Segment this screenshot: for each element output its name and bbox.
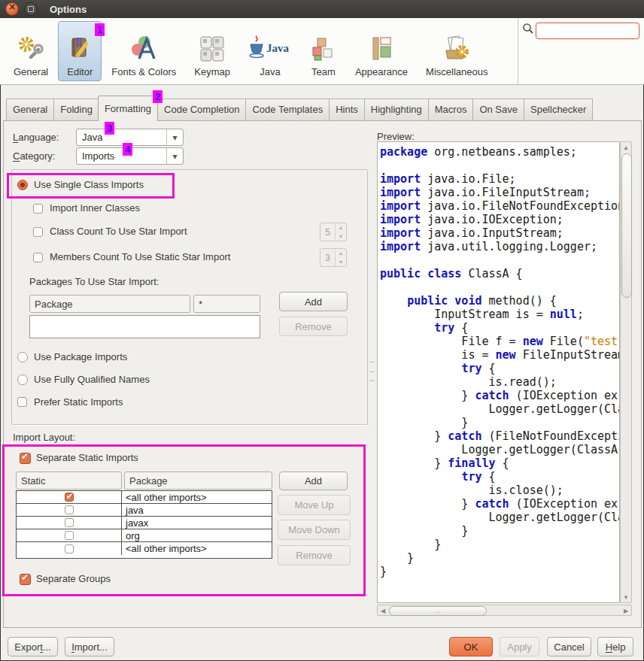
table-row[interactable]: java [17, 504, 272, 517]
members-count-spinner[interactable]: 3 ▲▼ [320, 248, 347, 267]
import-button[interactable]: Import... [65, 637, 114, 656]
code-line: } [380, 551, 619, 565]
toolbar-item-general[interactable]: General [5, 21, 56, 81]
tab-general[interactable]: General [6, 99, 53, 121]
table-row[interactable]: <all other imports> [17, 491, 272, 504]
code-line: } [380, 524, 619, 538]
code-line: import java.io.IOException; [380, 213, 619, 226]
prefer-static-imports-checkbox[interactable] [17, 397, 27, 407]
toolbar-item-team[interactable]: Team [302, 21, 345, 81]
chevron-down-icon[interactable] [166, 148, 183, 164]
use-single-class-imports-radio[interactable] [17, 180, 28, 190]
cancel-button[interactable]: Cancel [547, 637, 591, 656]
code-line: try { [380, 321, 619, 335]
spinner-down-icon[interactable]: ▼ [336, 258, 346, 267]
scroll-right-icon[interactable]: ▶ [621, 605, 631, 616]
search-input[interactable] [536, 23, 639, 39]
vertical-scrollbar-thumb[interactable] [621, 153, 632, 298]
ok-button[interactable]: OK [449, 637, 493, 656]
tab-macros[interactable]: Macros [428, 99, 473, 121]
use-package-imports-radio[interactable] [17, 352, 28, 362]
packages-remove-button[interactable]: Remove [279, 317, 348, 336]
horizontal-scrollbar-thumb[interactable]: ⋯ [389, 606, 487, 616]
window-close-icon[interactable] [5, 2, 19, 16]
spinner-up-icon[interactable]: ▲ [336, 249, 346, 258]
toolbar-item-label: Java [260, 66, 280, 77]
toolbar-item-label: Miscellaneous [426, 66, 488, 77]
static-cell [17, 517, 122, 529]
editor-book-pencil-icon [66, 34, 93, 64]
toolbar-item-miscellaneous[interactable]: Miscellaneous [418, 21, 496, 81]
packages-add-button[interactable]: Add [279, 292, 348, 311]
scroll-down-icon[interactable]: ▼ [621, 592, 631, 602]
add-button[interactable]: Add [279, 471, 348, 490]
code-line: import java.io.FileNotFoundException; [380, 199, 619, 213]
language-label: Language: [13, 132, 59, 143]
code-line: } finally { [380, 456, 619, 470]
preview-vertical-scrollbar[interactable]: ▲ ▼ [620, 141, 632, 603]
import-inner-classes-checkbox[interactable] [33, 204, 43, 214]
tab-folding[interactable]: Folding [53, 99, 99, 121]
import-layout-table: <all other imports>javajavaxorg<all othe… [16, 490, 272, 559]
static-cell [17, 504, 122, 516]
tab-code-templates[interactable]: Code Templates [245, 99, 329, 121]
separate-static-imports-checkbox[interactable] [20, 453, 31, 464]
splitter-handle[interactable] [370, 362, 375, 381]
class-count-checkbox[interactable] [33, 227, 43, 237]
tab-on-save[interactable]: On Save [472, 99, 524, 121]
toolbar-item-appearance[interactable]: Appearance [347, 21, 416, 81]
tab-hints[interactable]: Hints [329, 99, 364, 121]
move-down-button[interactable]: Move Down [278, 520, 351, 540]
toolbar-item-label: General [14, 66, 48, 77]
help-button[interactable]: Help [597, 637, 633, 656]
static-checkbox[interactable] [65, 518, 74, 527]
code-line: } catch (IOException ex) { [380, 389, 619, 402]
export-button[interactable]: Export... [8, 637, 58, 656]
package-column-header[interactable]: Package [124, 471, 272, 490]
package-column-header[interactable]: Package [29, 295, 190, 313]
window-restore-icon[interactable] [24, 2, 38, 16]
preview-label: Preview: [377, 131, 415, 142]
spinner-down-icon[interactable]: ▼ [336, 232, 346, 241]
static-checkbox[interactable] [65, 505, 74, 514]
tab-highlighting[interactable]: Highlighting [364, 99, 428, 121]
members-count-checkbox[interactable] [33, 253, 43, 262]
class-count-spinner[interactable]: 5 ▲▼ [320, 223, 347, 241]
separate-groups-checkbox[interactable] [20, 574, 31, 585]
tab-formatting[interactable]: Formatting [98, 96, 158, 121]
code-line: } catch (IOException ex) { [380, 497, 619, 511]
table-row[interactable]: javax [17, 517, 272, 529]
toolbar-item-fonts-colors[interactable]: Fonts & Colors [103, 21, 184, 81]
static-column-header[interactable]: Static [16, 471, 122, 490]
use-fully-qualified-names-radio[interactable] [17, 374, 28, 385]
star-column-header[interactable]: * [193, 295, 260, 313]
remove-button[interactable]: Remove [278, 545, 351, 565]
chevron-down-icon[interactable] [166, 129, 183, 145]
toolbar-item-java[interactable]: JavaJava [240, 21, 300, 81]
table-row[interactable]: <all other imports> [17, 542, 272, 555]
prefer-static-imports-label: Prefer Static Imports [34, 396, 123, 408]
static-checkbox[interactable] [65, 544, 74, 553]
code-line: } [380, 538, 619, 551]
members-count-value: 3 [320, 249, 335, 266]
tab-row: GeneralFoldingFormattingCode CompletionC… [6, 96, 593, 121]
table-row[interactable]: org [17, 529, 272, 542]
preview-horizontal-scrollbar[interactable]: ◀ ⋯ ▶ [377, 605, 632, 616]
static-checkbox[interactable] [65, 493, 74, 502]
preview-code-editor[interactable]: package org.netbeans.samples;import java… [377, 141, 620, 603]
code-line: import java.util.logging.Logger; [380, 240, 619, 253]
code-line: is.close(); [380, 484, 619, 497]
scroll-left-icon[interactable]: ◀ [378, 605, 388, 616]
spinner-up-icon[interactable]: ▲ [336, 223, 346, 232]
tab-code-completion[interactable]: Code Completion [157, 99, 245, 121]
code-line: Logger.getLogger(ClassA.class.getName())… [380, 511, 619, 524]
toolbar-item-keymap[interactable]: Keymap [186, 21, 238, 81]
tab-spellchecker[interactable]: Spellchecker [524, 99, 593, 121]
apply-button[interactable]: Apply [500, 637, 539, 656]
move-up-button[interactable]: Move Up [278, 495, 351, 515]
code-lines: package org.netbeans.samples;import java… [378, 142, 619, 578]
scroll-up-icon[interactable]: ▲ [621, 142, 631, 153]
static-checkbox[interactable] [65, 531, 74, 540]
code-line: is = new FileInputStream(f); [380, 348, 619, 362]
packages-list[interactable] [29, 315, 260, 338]
